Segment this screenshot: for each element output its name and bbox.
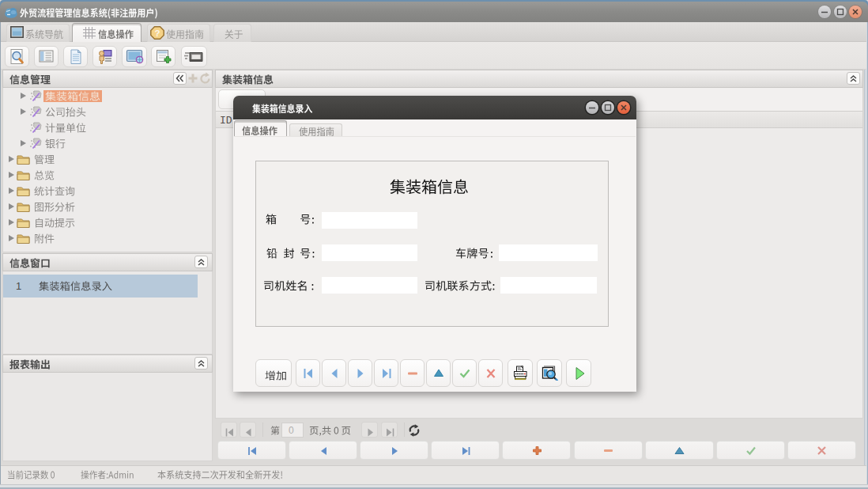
- svg-text:?: ?: [154, 28, 160, 38]
